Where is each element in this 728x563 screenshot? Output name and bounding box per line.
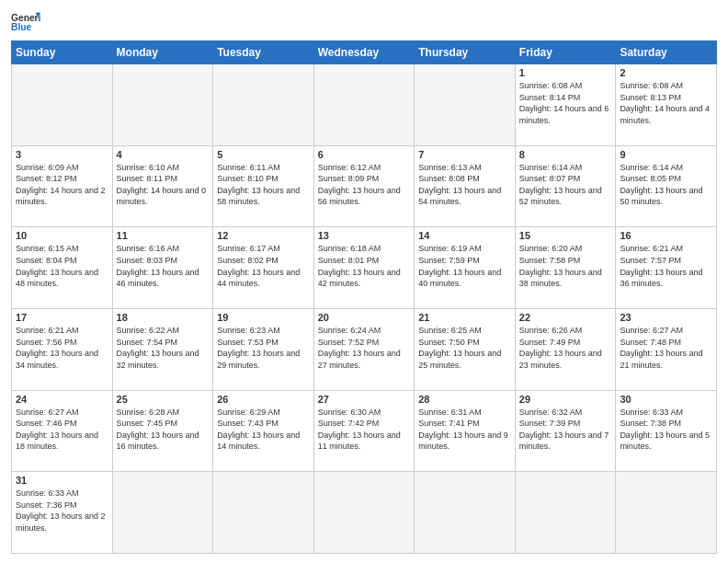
day-number: 14	[418, 230, 511, 241]
day-number: 27	[318, 394, 411, 405]
day-number: 26	[217, 394, 310, 405]
calendar-cell: 31Sunrise: 6:33 AMSunset: 7:36 PMDayligh…	[12, 472, 113, 554]
day-number: 22	[519, 312, 612, 323]
col-header-wednesday: Wednesday	[313, 41, 415, 64]
day-number: 31	[16, 475, 108, 486]
day-info: Sunrise: 6:22 AMSunset: 7:54 PMDaylight:…	[117, 325, 210, 371]
day-number: 30	[620, 394, 712, 405]
day-info: Sunrise: 6:24 AMSunset: 7:52 PMDaylight:…	[318, 325, 411, 371]
calendar-cell: 29Sunrise: 6:32 AMSunset: 7:39 PMDayligh…	[515, 390, 616, 472]
col-header-sunday: Sunday	[12, 41, 113, 64]
calendar-cell: 13Sunrise: 6:18 AMSunset: 8:01 PMDayligh…	[313, 227, 415, 309]
calendar-cell: 7Sunrise: 6:13 AMSunset: 8:08 PMDaylight…	[415, 145, 516, 227]
calendar-cell: 2Sunrise: 6:08 AMSunset: 8:13 PMDaylight…	[616, 64, 717, 146]
calendar-cell	[616, 472, 717, 554]
day-info: Sunrise: 6:31 AMSunset: 7:41 PMDaylight:…	[418, 407, 511, 453]
calendar-cell	[415, 472, 516, 554]
calendar-cell: 14Sunrise: 6:19 AMSunset: 7:59 PMDayligh…	[415, 227, 516, 309]
svg-text:General: General	[11, 13, 40, 23]
calendar-table: SundayMondayTuesdayWednesdayThursdayFrid…	[11, 40, 717, 554]
svg-text:Blue: Blue	[11, 22, 31, 32]
calendar-cell: 1Sunrise: 6:08 AMSunset: 8:14 PMDaylight…	[515, 64, 616, 146]
day-info: Sunrise: 6:14 AMSunset: 8:05 PMDaylight:…	[620, 162, 712, 208]
day-info: Sunrise: 6:09 AMSunset: 8:12 PMDaylight:…	[16, 162, 108, 208]
week-row-4: 24Sunrise: 6:27 AMSunset: 7:46 PMDayligh…	[12, 390, 717, 472]
day-info: Sunrise: 6:08 AMSunset: 8:14 PMDaylight:…	[519, 80, 612, 126]
calendar-cell: 30Sunrise: 6:33 AMSunset: 7:38 PMDayligh…	[616, 390, 717, 472]
day-number: 24	[16, 394, 108, 405]
col-header-thursday: Thursday	[415, 41, 516, 64]
calendar-cell	[12, 64, 113, 146]
day-number: 25	[117, 394, 210, 405]
calendar-cell: 28Sunrise: 6:31 AMSunset: 7:41 PMDayligh…	[415, 390, 516, 472]
day-number: 8	[519, 149, 612, 160]
calendar-cell: 19Sunrise: 6:23 AMSunset: 7:53 PMDayligh…	[213, 308, 314, 390]
day-info: Sunrise: 6:29 AMSunset: 7:43 PMDaylight:…	[217, 407, 310, 453]
col-header-tuesday: Tuesday	[213, 41, 314, 64]
day-info: Sunrise: 6:23 AMSunset: 7:53 PMDaylight:…	[217, 325, 310, 371]
day-number: 10	[16, 230, 108, 241]
col-header-friday: Friday	[515, 41, 616, 64]
calendar-cell: 4Sunrise: 6:10 AMSunset: 8:11 PMDaylight…	[112, 145, 213, 227]
day-number: 20	[318, 312, 411, 323]
day-number: 17	[16, 312, 108, 323]
calendar-cell: 24Sunrise: 6:27 AMSunset: 7:46 PMDayligh…	[12, 390, 113, 472]
calendar-cell	[112, 472, 213, 554]
calendar-cell: 6Sunrise: 6:12 AMSunset: 8:09 PMDaylight…	[313, 145, 415, 227]
calendar-cell: 12Sunrise: 6:17 AMSunset: 8:02 PMDayligh…	[213, 227, 314, 309]
calendar-cell	[415, 64, 516, 146]
week-row-1: 3Sunrise: 6:09 AMSunset: 8:12 PMDaylight…	[12, 145, 717, 227]
calendar-cell: 17Sunrise: 6:21 AMSunset: 7:56 PMDayligh…	[12, 308, 113, 390]
day-info: Sunrise: 6:14 AMSunset: 8:07 PMDaylight:…	[519, 162, 612, 208]
calendar-cell: 26Sunrise: 6:29 AMSunset: 7:43 PMDayligh…	[213, 390, 314, 472]
day-info: Sunrise: 6:27 AMSunset: 7:46 PMDaylight:…	[16, 407, 108, 453]
day-info: Sunrise: 6:15 AMSunset: 8:04 PMDaylight:…	[16, 243, 108, 289]
day-info: Sunrise: 6:33 AMSunset: 7:36 PMDaylight:…	[16, 488, 108, 534]
day-info: Sunrise: 6:30 AMSunset: 7:42 PMDaylight:…	[318, 407, 411, 453]
day-number: 6	[318, 149, 411, 160]
calendar-cell	[213, 472, 314, 554]
day-info: Sunrise: 6:32 AMSunset: 7:39 PMDaylight:…	[519, 407, 612, 453]
day-number: 3	[16, 149, 108, 160]
day-info: Sunrise: 6:18 AMSunset: 8:01 PMDaylight:…	[318, 243, 411, 289]
day-info: Sunrise: 6:33 AMSunset: 7:38 PMDaylight:…	[620, 407, 712, 453]
calendar-cell: 25Sunrise: 6:28 AMSunset: 7:45 PMDayligh…	[112, 390, 213, 472]
day-info: Sunrise: 6:21 AMSunset: 7:56 PMDaylight:…	[16, 325, 108, 371]
week-row-3: 17Sunrise: 6:21 AMSunset: 7:56 PMDayligh…	[12, 308, 717, 390]
calendar-cell: 16Sunrise: 6:21 AMSunset: 7:57 PMDayligh…	[616, 227, 717, 309]
day-info: Sunrise: 6:28 AMSunset: 7:45 PMDaylight:…	[117, 407, 210, 453]
day-number: 4	[117, 149, 210, 160]
day-number: 12	[217, 230, 310, 241]
day-number: 5	[217, 149, 310, 160]
general-blue-logo-icon: General Blue	[11, 9, 40, 35]
calendar-cell: 8Sunrise: 6:14 AMSunset: 8:07 PMDaylight…	[515, 145, 616, 227]
day-info: Sunrise: 6:26 AMSunset: 7:49 PMDaylight:…	[519, 325, 612, 371]
calendar-cell: 11Sunrise: 6:16 AMSunset: 8:03 PMDayligh…	[112, 227, 213, 309]
page: General Blue SundayMondayTuesdayWednesda…	[0, 0, 728, 563]
day-number: 11	[117, 230, 210, 241]
header: General Blue	[11, 9, 717, 35]
day-info: Sunrise: 6:25 AMSunset: 7:50 PMDaylight:…	[418, 325, 511, 371]
calendar-cell	[515, 472, 616, 554]
calendar-cell: 5Sunrise: 6:11 AMSunset: 8:10 PMDaylight…	[213, 145, 314, 227]
day-info: Sunrise: 6:08 AMSunset: 8:13 PMDaylight:…	[620, 80, 712, 126]
day-number: 1	[519, 67, 612, 78]
day-number: 18	[117, 312, 210, 323]
col-header-monday: Monday	[112, 41, 213, 64]
day-info: Sunrise: 6:11 AMSunset: 8:10 PMDaylight:…	[217, 162, 310, 208]
calendar-cell: 23Sunrise: 6:27 AMSunset: 7:48 PMDayligh…	[616, 308, 717, 390]
day-number: 15	[519, 230, 612, 241]
week-row-0: 1Sunrise: 6:08 AMSunset: 8:14 PMDaylight…	[12, 64, 717, 146]
day-number: 19	[217, 312, 310, 323]
day-info: Sunrise: 6:13 AMSunset: 8:08 PMDaylight:…	[418, 162, 511, 208]
day-number: 9	[620, 149, 712, 160]
day-info: Sunrise: 6:21 AMSunset: 7:57 PMDaylight:…	[620, 243, 712, 289]
calendar-cell	[213, 64, 314, 146]
day-info: Sunrise: 6:19 AMSunset: 7:59 PMDaylight:…	[418, 243, 511, 289]
calendar-cell: 15Sunrise: 6:20 AMSunset: 7:58 PMDayligh…	[515, 227, 616, 309]
day-number: 21	[418, 312, 511, 323]
day-info: Sunrise: 6:12 AMSunset: 8:09 PMDaylight:…	[318, 162, 411, 208]
week-row-5: 31Sunrise: 6:33 AMSunset: 7:36 PMDayligh…	[12, 472, 717, 554]
calendar-cell: 27Sunrise: 6:30 AMSunset: 7:42 PMDayligh…	[313, 390, 415, 472]
day-number: 7	[418, 149, 511, 160]
